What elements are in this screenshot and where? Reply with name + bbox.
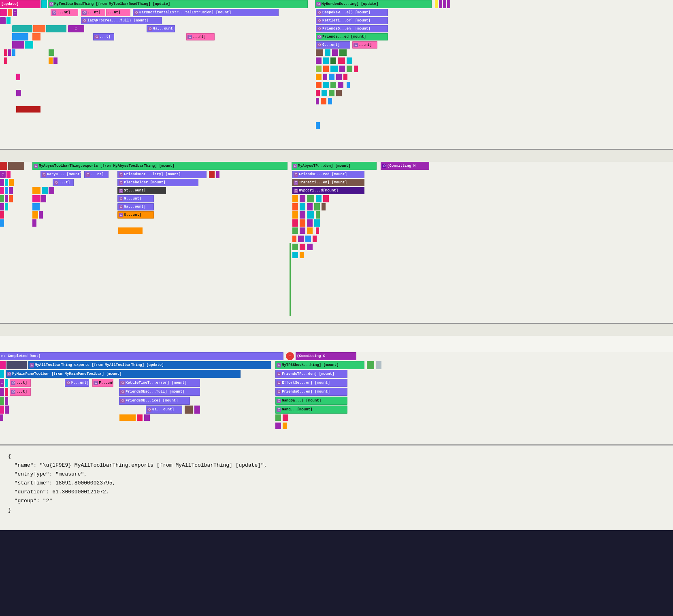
bar-update-1[interactable]: [update] [0, 0, 40, 8]
bar-garyhorizontal[interactable]: ⬡GaryHorizontalExtr...talExtrusion] [mou… [133, 9, 279, 16]
bar-friendsobsc[interactable]: ⬡FriendsObsc...full] [mount] [119, 388, 200, 396]
flame-graph-container: [update] ⬡MyToolbarRoadThing [from MyToo… [0, 0, 673, 535]
section-2: ⬡MyAbyssToolbarThing.exports [from MyAby… [0, 162, 673, 324]
json-line-7: } [8, 507, 11, 513]
json-content: { "name": "\u{1F9E9} MyAllToolbarThing.e… [8, 452, 665, 524]
bar-nt-r5[interactable]: ⬡...nt] [352, 41, 377, 49]
bar-lazyprocrea[interactable]: ⬡lazyProcrea....full) [mount] [81, 17, 162, 24]
bar-stount[interactable]: ⬡St...ount] [117, 187, 166, 194]
bar-nt-r4[interactable]: ⬡...nt] [186, 33, 215, 40]
bar-gaount-s2r5[interactable]: ⬡Ga...ount] [117, 203, 154, 210]
bar-gang-mount[interactable]: ⬡Gang...[mount] [275, 406, 347, 414]
bar-completed-root[interactable]: n: Completed Root) [0, 352, 283, 360]
bar-gunt1[interactable]: ⬡G...unt] [316, 41, 350, 49]
bar-mytpsshuck[interactable]: ⬡MyTPSShuck...hing] [mount] [275, 361, 364, 369]
bar-t-s3r4[interactable]: ⬡...t] [10, 388, 31, 396]
bar-garyc[interactable]: ⬡GaryC... [mount] [40, 171, 81, 178]
json-line-2: "name": "\u{1F9E9} MyAllToolbarThing.exp… [8, 462, 267, 468]
bar-funt-s3r3[interactable]: ⬡F...unt] [92, 379, 113, 387]
bar-transiti[interactable]: ⬡Transiti...en] [mount] [292, 179, 364, 186]
bar-t-s2r2[interactable]: ⬡...t] [53, 179, 74, 186]
bar-bespokew[interactable]: ⬡BespokeW...e]) [mount] [316, 9, 388, 16]
bar-nt-1[interactable]: ⬡...nt] [51, 9, 78, 16]
section-3: n: Completed Root) − (Committing C ⬡MyAl… [0, 352, 673, 445]
bar-nt-s2r1[interactable]: ⬡...nt] [84, 171, 109, 178]
bar-friendsmot[interactable]: ⬡FriendsMot...lazy] [mount] [117, 171, 207, 178]
bar-myabysstp[interactable]: ⬡MyAbyssTP...den] [mount] [292, 162, 377, 170]
bar-gaount-s3r6[interactable]: ⬡Ga...ount] [146, 406, 182, 414]
bar-nt-2[interactable]: ⬡...nt] [81, 9, 105, 16]
json-line-1: { [8, 453, 11, 459]
json-line-6: "group": "2" [8, 498, 52, 504]
bar-t1[interactable]: ⬡...t] [93, 33, 114, 40]
bar-mytoolbarroadthing[interactable]: ⬡MyToolbarRoadThing [from MyToolbarRoadT… [48, 0, 308, 8]
bar-friendso-en[interactable]: ⬡FriendsO...en] [mount] [316, 25, 388, 32]
bar-r1-1[interactable] [0, 9, 7, 16]
bar-gunt-s2r4[interactable]: ⬡G...unt] [117, 195, 154, 202]
json-line-3: "entryType": "measure", [8, 471, 87, 477]
bar-placeholder[interactable]: ⬡Placeholder [mount] [117, 179, 198, 186]
json-line-4: "startTime": 18091.800000023795, [8, 480, 115, 486]
bar-myburdenroing[interactable]: ⬡MyBurdenRo...ing] [update] [315, 0, 432, 8]
bottom-bar [0, 530, 673, 535]
gap-2 [0, 324, 673, 336]
bar-t-s3r3[interactable]: ⬡...t] [10, 379, 31, 387]
bar-myalltoolbar[interactable]: ⬡MyAllToolbarThing.exports [from MyAllTo… [28, 361, 271, 369]
bar-friendstp-den[interactable]: ⬡FriendsTP...den] [mount] [275, 370, 347, 378]
bar-friendso-en-s3[interactable]: ⬡FriendsO...en] [mount] [275, 388, 347, 396]
bar-gangda[interactable]: ⬡GangDa...] [mount] [275, 397, 347, 405]
bar-mymainpanetoolbar[interactable]: ⬡MyMainPaneToolbar [from MyMainPaneToolb… [6, 370, 241, 378]
bar-myabysstoolbar[interactable]: ⬡MyAbyssToolbarThing.exports [from MyAby… [32, 162, 288, 170]
section-1: [update] ⬡MyToolbarRoadThing [from MyToo… [0, 0, 673, 150]
bar-committing-c[interactable]: (Committing C [296, 352, 356, 360]
gap-1 [0, 150, 673, 162]
bar-committing-h[interactable]: ⬡(Committing H [381, 162, 429, 170]
bar-friendsob-ice[interactable]: ⬡FriendsOb...ice] [mount] [119, 397, 190, 405]
bar-gunt-s2r6[interactable]: ⬡G...unt] [117, 211, 154, 219]
json-section: { "name": "\u{1F9E9} MyAllToolbarThing.e… [0, 445, 673, 530]
json-line-5: "duration": 61.30000000121072, [8, 489, 109, 495]
bar-nt-3[interactable]: ...nt] [106, 9, 130, 16]
bar-friendse-red[interactable]: ⬡FriendsE...red [mount] [292, 171, 364, 178]
bar-hypocri[interactable]: ⬡Hypocri...d[mount] [292, 187, 364, 194]
bar-friendsed[interactable]: ⬡Friends...ed [mount] [316, 33, 388, 40]
bar-cyan-1[interactable] [41, 0, 47, 8]
bar-kettleti[interactable]: ⬡KettleTi...or] [mount] [316, 17, 388, 24]
bar-gaount1[interactable]: ⬡Ga...ount] [147, 25, 175, 32]
bar-kettletime[interactable]: ⬡KettleTimeT...error] [mount] [119, 379, 200, 387]
bar-effortse[interactable]: ⬡EffortSe...or] [mount] [275, 379, 347, 387]
bar-mount-s3r3[interactable]: ⬡M...unt] [65, 379, 89, 387]
